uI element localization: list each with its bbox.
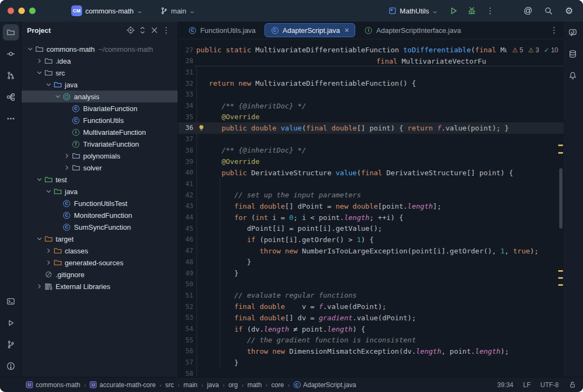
- tree-item--gitignore[interactable]: .gitignore: [22, 269, 178, 280]
- tool-ai-assistant-button[interactable]: [565, 24, 581, 40]
- tool-pull-requests-button[interactable]: [3, 67, 19, 84]
- code-line-32[interactable]: 32 return new MultivariateDifferentiable…: [178, 78, 564, 89]
- code-line-56[interactable]: 56 throw new DimensionMismatchException(…: [178, 346, 564, 357]
- chevron-down-icon[interactable]: [35, 235, 44, 243]
- code-line-54[interactable]: 54 if (dv.length ≠ point.length) {: [178, 324, 564, 335]
- inspections-widget[interactable]: ⚠5⚠3✓10: [507, 44, 561, 56]
- tool-commit-button[interactable]: [3, 46, 19, 62]
- chevron-down-icon[interactable]: [26, 45, 35, 53]
- breadcrumb-item-commons-math[interactable]: Ucommons-math: [26, 381, 80, 389]
- locate-file-icon[interactable]: [125, 24, 137, 36]
- tree-item-functionutils[interactable]: CFunctionUtils: [22, 114, 178, 126]
- tree-item-generated-sources[interactable]: generated-sources: [22, 257, 178, 269]
- branch-widget[interactable]: main ⌄: [156, 5, 199, 17]
- breadcrumb-item-org[interactable]: org: [228, 381, 238, 389]
- tab-options-icon[interactable]: ⋮: [550, 25, 558, 35]
- editor-scrollbar[interactable]: [559, 168, 562, 229]
- tree-item-java[interactable]: java: [22, 185, 178, 197]
- tree-item-test[interactable]: test: [22, 174, 178, 185]
- tree-item-src[interactable]: src: [22, 67, 178, 79]
- tree-item-monitoredfunction[interactable]: CMonitoredFunction: [22, 209, 178, 221]
- code-line-50[interactable]: 50: [178, 279, 564, 290]
- chevron-right-icon[interactable]: [44, 259, 53, 266]
- tree-item-sumsyncfunction[interactable]: CSumSyncFunction: [22, 221, 178, 233]
- chevron-right-icon[interactable]: [63, 164, 71, 171]
- tree-item-java[interactable]: java: [22, 79, 178, 91]
- chevron-down-icon[interactable]: [53, 93, 62, 100]
- code-line-51[interactable]: 51 // evaluate regular functions: [178, 290, 564, 301]
- folded-lines-separator[interactable]: [194, 66, 564, 66]
- minimize-window-button[interactable]: [18, 8, 25, 14]
- code-line-57[interactable]: 57 }: [178, 357, 564, 368]
- code-line-46[interactable]: 46 if (point[i].getOrder() > 1) {: [178, 234, 564, 245]
- breadcrumb-item-math[interactable]: math: [247, 381, 262, 389]
- tool-terminal-button[interactable]: [3, 293, 19, 310]
- tree-item-analysis[interactable]: analysis: [22, 91, 178, 102]
- code-line-58[interactable]: 58: [178, 368, 564, 377]
- inspection-error-triangle[interactable]: ⚠5: [512, 46, 523, 54]
- tab-adapterscriptinterface-java[interactable]: IAdapterScriptInterface.java: [358, 24, 466, 37]
- breadcrumb-item-src[interactable]: src: [165, 381, 174, 389]
- tree-item-multivariatefunction[interactable]: IMultivariateFunction: [22, 126, 178, 138]
- code-line-27[interactable]: 27 public static MultivariateDifferentia…: [178, 44, 564, 56]
- code-line-28[interactable]: 28final MultivariateVectorFu: [178, 56, 564, 67]
- tree-item--idea[interactable]: .idea: [22, 55, 178, 67]
- tree-item-solver[interactable]: solver: [22, 162, 178, 174]
- tool-notifications-button[interactable]: [565, 67, 581, 84]
- code-line-41[interactable]: 41: [178, 178, 564, 189]
- tab-adapterscript-java[interactable]: CAdapterScript.java✕: [265, 23, 355, 37]
- code-line-37[interactable]: 37: [178, 134, 564, 145]
- code-line-38[interactable]: 38 /** {@inheritDoc} */: [178, 145, 564, 156]
- breadcrumb-item-java[interactable]: java: [207, 381, 219, 389]
- code-line-48[interactable]: 48 }: [178, 256, 564, 267]
- search-icon[interactable]: [542, 4, 555, 17]
- panel-options-icon[interactable]: ⋮: [160, 24, 172, 36]
- chevron-right-icon[interactable]: [44, 247, 53, 255]
- code-line-44[interactable]: 44 for (int i = 0; i < point.length; ++i…: [178, 212, 564, 223]
- close-icon[interactable]: [148, 24, 160, 36]
- code-line-52[interactable]: 52 final double v = f.value(dPoint);: [178, 301, 564, 312]
- run-button[interactable]: [447, 4, 460, 17]
- close-tab-icon[interactable]: ✕: [344, 27, 349, 34]
- chevron-down-icon[interactable]: [35, 69, 44, 77]
- tool-version-control-button[interactable]: [3, 336, 19, 353]
- code-line-33[interactable]: 33: [178, 89, 564, 100]
- chevron-down-icon[interactable]: [35, 176, 44, 183]
- tool-run-button[interactable]: [3, 315, 19, 331]
- debug-button[interactable]: [465, 4, 478, 17]
- run-configuration-widget[interactable]: MathUtils ⌄: [384, 5, 442, 17]
- ai-spiral-icon[interactable]: @: [521, 4, 534, 17]
- inspection-ok-check[interactable]: ✓10: [544, 46, 558, 54]
- code-line-43[interactable]: 43 final double[] dPoint = new double[po…: [178, 201, 564, 212]
- tree-item-classes[interactable]: classes: [22, 245, 178, 257]
- close-window-button[interactable]: [8, 8, 14, 14]
- code-line-42[interactable]: 42 // set up the input parameters: [178, 189, 564, 201]
- tab-functionutils-java[interactable]: CFunctionUtils.java: [182, 24, 261, 37]
- tool-database-button[interactable]: [565, 46, 581, 62]
- zoom-window-button[interactable]: [29, 8, 36, 14]
- project-widget[interactable]: CM commons-math ⌄: [67, 4, 146, 18]
- encoding-widget[interactable]: UTF-8: [540, 381, 559, 389]
- code-line-31[interactable]: 31: [178, 66, 564, 78]
- breadcrumb-item-adapterscript-java[interactable]: CAdapterScript.java: [294, 381, 356, 389]
- tree-item-bivariatefunction[interactable]: CBivariateFunction: [22, 102, 178, 114]
- settings-gear-icon[interactable]: ⚙: [562, 4, 575, 17]
- tool-project-button[interactable]: [3, 24, 19, 40]
- breadcrumb-item-main[interactable]: main: [184, 381, 198, 389]
- code-line-35[interactable]: 35 @Override: [178, 111, 564, 122]
- code-line-40[interactable]: 40 public DerivativeStructure value(fina…: [178, 167, 564, 178]
- tree-item-external-libraries[interactable]: External Libraries: [22, 280, 178, 292]
- expand-collapse-icon[interactable]: [137, 24, 148, 36]
- breadcrumb-item-core[interactable]: core: [272, 381, 284, 389]
- tool-problems-button[interactable]: [3, 358, 19, 374]
- tree-item-commons-math[interactable]: commons-math~/commons-math: [22, 43, 178, 55]
- breadcrumb-item-accurate-math-core[interactable]: Uaccurate-math-core: [90, 381, 155, 389]
- intention-bulb-icon[interactable]: [198, 124, 205, 132]
- code-line-45[interactable]: 45 dPoint[i] = point[i].getValue();: [178, 223, 564, 234]
- code-line-34[interactable]: 34 /** {@inheritDoc} */: [178, 100, 564, 112]
- code-line-47[interactable]: 47 throw new NumberIsTooLargeException(p…: [178, 245, 564, 257]
- code-line-39[interactable]: 39 @Override: [178, 156, 564, 167]
- chevron-right-icon[interactable]: [63, 152, 71, 160]
- tool-more-tools-button[interactable]: [3, 111, 19, 127]
- tree-item-polynomials[interactable]: polynomials: [22, 150, 178, 162]
